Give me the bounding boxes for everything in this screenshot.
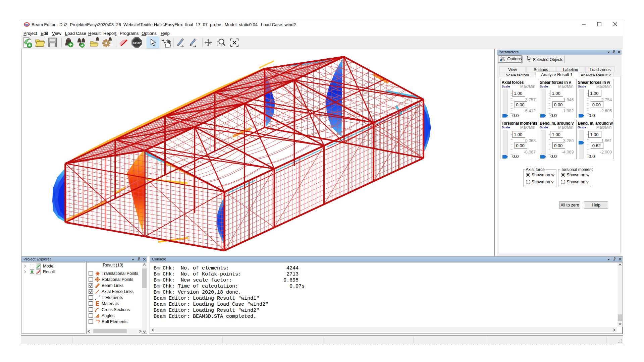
svg-text:STOP: STOP: [132, 41, 141, 45]
svg-text:+: +: [162, 38, 164, 43]
